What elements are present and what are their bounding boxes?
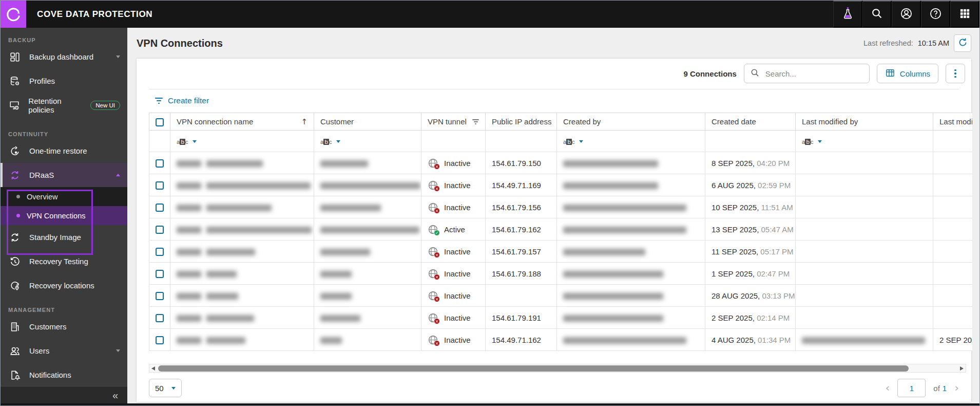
row-checkbox[interactable] (156, 292, 164, 300)
status-inactive-icon: × (434, 340, 440, 346)
public-ip-cell: 154.61.79.191 (486, 307, 557, 329)
more-options-button[interactable] (946, 64, 965, 83)
chevron-up-icon[interactable] (116, 174, 120, 176)
cove-logo[interactable] (1, 1, 26, 28)
text-filter-control[interactable]: abc (320, 139, 340, 145)
sidebar-item-customers[interactable]: Customers (1, 315, 127, 339)
refresh-button[interactable] (954, 34, 971, 52)
table-row: ×Inactive154.61.79.1912 SEP 2025, 02:14 … (149, 307, 973, 329)
column-header-tunnel[interactable]: VPN tunnel (421, 113, 486, 131)
column-header-created_date[interactable]: Created date (705, 113, 796, 131)
row-checkbox[interactable] (156, 204, 164, 212)
row-checkbox[interactable] (156, 314, 164, 322)
chevron-down-icon[interactable] (116, 56, 120, 58)
sidebar-item-backup-dashboard[interactable]: Backup dashboard (1, 45, 127, 69)
page-size-select[interactable]: 50 (149, 379, 182, 397)
filter-cell-customer[interactable]: abc (314, 131, 421, 152)
column-filter-icon[interactable] (472, 119, 479, 124)
column-header-name[interactable]: VPN connection name↑ (170, 113, 314, 131)
column-label: Last modified date (939, 117, 972, 126)
tunnel-status: ×Inactive (428, 312, 479, 323)
text-filter-control[interactable]: abc (802, 139, 822, 145)
columns-button[interactable]: Columns (877, 64, 938, 83)
refresh-icon (957, 37, 968, 49)
header-row: VPN connection name↑CustomerVPN tunnelPu… (149, 113, 973, 131)
chevron-down-icon[interactable] (116, 349, 120, 352)
redacted-created-by (563, 293, 663, 300)
collapse-sidebar-button[interactable]: « (112, 390, 118, 400)
vpn-name-cell (170, 218, 314, 241)
global-search-button[interactable] (862, 1, 892, 28)
scroll-left-arrow-icon[interactable] (151, 366, 155, 371)
current-page-input[interactable] (897, 379, 926, 397)
created-by-cell (557, 174, 705, 196)
tunnel-status-label: Inactive (444, 336, 471, 344)
tunnel-status: ×Inactive (428, 246, 479, 257)
search-icon (750, 68, 760, 80)
column-header-ip[interactable]: Public IP address (486, 113, 557, 131)
column-header-last_modified_date[interactable]: Last modified date (933, 113, 973, 131)
search-input[interactable] (764, 69, 863, 79)
vpn-connections-card: 9 Connections Columns (137, 59, 971, 402)
app-launcher-button[interactable] (950, 1, 979, 28)
customer-cell (314, 329, 421, 351)
filter-cell-created_by[interactable]: abc (557, 131, 705, 152)
chevron-down-icon[interactable] (336, 140, 340, 143)
row-checkbox[interactable] (156, 159, 164, 168)
sidebar-subitem-overview[interactable]: Overview (1, 187, 127, 206)
row-checkbox[interactable] (156, 336, 164, 344)
vpn-tunnel-cell: ×Inactive (421, 152, 486, 174)
horizontal-scrollbar[interactable] (149, 364, 966, 373)
row-checkbox[interactable] (156, 270, 164, 278)
sidebar-item-standby-image[interactable]: Standby Image (1, 225, 127, 249)
page-size-value: 50 (155, 384, 164, 393)
table-row: ×Inactive154.49.71.1696 AUG 2025, 02:59 … (149, 174, 973, 196)
chevron-down-icon[interactable] (818, 140, 822, 143)
sort-ascending-icon[interactable]: ↑ (301, 117, 308, 126)
vpn-name-cell (170, 152, 314, 174)
account-button[interactable] (892, 1, 921, 28)
tunnel-status-label: Active (444, 225, 465, 234)
last-modified-by-cell (796, 307, 933, 329)
sidebar-item-notifications[interactable]: Notifications (1, 363, 127, 387)
public-ip-cell: 154.61.79.156 (486, 196, 557, 218)
chevron-down-icon[interactable] (579, 140, 583, 143)
create-filter-link[interactable]: Create filter (155, 96, 209, 105)
connections-table-wrap: VPN connection name↑CustomerVPN tunnelPu… (149, 113, 972, 351)
sidebar-item-users[interactable]: Users (1, 339, 127, 363)
select-all-checkbox[interactable] (156, 118, 164, 126)
next-page-button[interactable]: › (954, 382, 959, 394)
filter-cell-last_modified_by[interactable]: abc (796, 131, 933, 152)
filter-cell-name[interactable]: abc (170, 131, 314, 152)
sidebar-item-draas[interactable]: DRaaS (1, 163, 127, 187)
row-checkbox[interactable] (156, 226, 164, 234)
sidebar-item-profiles[interactable]: Profiles (1, 69, 127, 93)
sidebar-item-recovery-testing[interactable]: Recovery Testing (1, 249, 127, 273)
scrollbar-thumb[interactable] (158, 365, 909, 372)
created-date-value: 6 AUG 2025, (712, 181, 756, 190)
chevron-down-icon[interactable] (193, 140, 197, 143)
sidebar-item-one-time-restore[interactable]: One-time restore (1, 139, 127, 163)
vertical-dots-icon (954, 69, 956, 78)
public-ip-value: 154.61.79.188 (492, 269, 541, 278)
sidebar-subitem-vpn-connections[interactable]: VPN Connections (1, 206, 127, 225)
sidebar-item-recovery-locations[interactable]: Recovery locations (1, 273, 127, 298)
row-checkbox[interactable] (156, 181, 164, 190)
sidebar-item-retention-policies[interactable]: Retention policiesNew UI (1, 93, 127, 117)
previous-page-button[interactable]: ‹ (886, 382, 890, 394)
vpn-name-cell (170, 263, 314, 285)
help-button[interactable] (921, 1, 950, 28)
row-checkbox[interactable] (156, 248, 164, 256)
text-filter-control[interactable]: abc (177, 139, 197, 145)
column-header-last_modified_by[interactable]: Last modified by (796, 113, 933, 131)
column-header-created_by[interactable]: Created by (557, 113, 705, 131)
toolbar-divider (149, 89, 959, 89)
table-row: ×Inactive154.61.79.1881 SEP 2025, 02:47 … (149, 263, 973, 285)
abc-filter-icon: abc (177, 139, 188, 145)
labs-flask-button[interactable] (833, 1, 862, 28)
text-filter-control[interactable]: abc (563, 139, 583, 145)
column-header-customer[interactable]: Customer (314, 113, 421, 131)
search-box[interactable] (744, 64, 870, 83)
scroll-right-arrow-icon[interactable] (960, 366, 964, 371)
vpn-tunnel-cell: ×Inactive (421, 263, 486, 285)
